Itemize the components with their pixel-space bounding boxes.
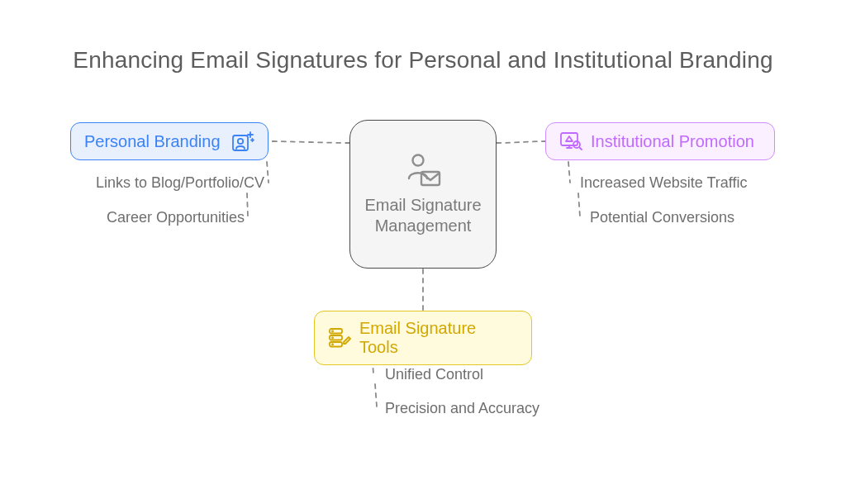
branch-node-email-signature-tools: Email Signature Tools [314,311,532,365]
svg-point-12 [332,330,333,331]
svg-line-8 [579,147,582,150]
svg-rect-2 [233,136,248,150]
svg-point-3 [238,139,243,144]
sub-item-unified-control: Unified Control [385,366,483,383]
sub-item-precision-accuracy: Precision and Accuracy [385,400,539,417]
sub-item-increased-website-traffic: Increased Website Traffic [580,174,747,192]
branch-node-personal-branding: Personal Branding [70,122,269,160]
svg-point-0 [413,155,424,166]
center-node-label: Email Signature Management [360,195,486,236]
branch-label: Institutional Promotion [591,132,754,151]
person-mail-icon [403,152,443,188]
sub-item-links-blog-portfolio-cv: Links to Blog/Portfolio/CV [64,174,264,192]
sub-item-potential-conversions: Potential Conversions [590,209,734,226]
svg-point-13 [332,337,333,338]
display-search-icon [559,131,582,152]
svg-point-14 [332,344,333,345]
center-node-email-signature-management: Email Signature Management [349,120,497,269]
person-card-sparkle-icon [231,131,254,152]
sub-item-career-opportunities: Career Opportunities [64,209,245,226]
diagram-title: Enhancing Email Signatures for Personal … [0,47,846,74]
branch-label: Personal Branding [84,132,221,151]
branch-label: Email Signature Tools [359,319,518,357]
branch-node-institutional-promotion: Institutional Promotion [545,122,775,160]
svg-rect-4 [561,133,577,145]
server-edit-icon [328,327,351,349]
diagram-canvas: Enhancing Email Signatures for Personal … [0,0,846,504]
